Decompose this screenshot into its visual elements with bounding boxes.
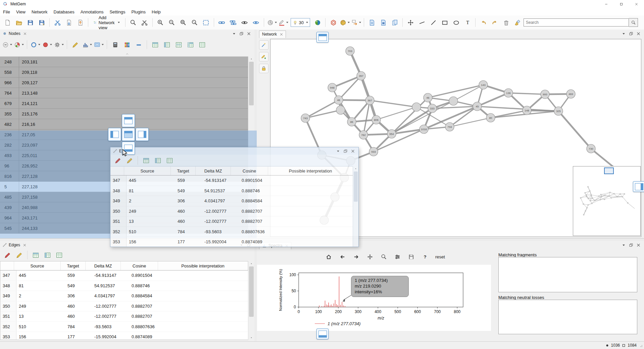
floating-menu-icon[interactable] (336, 149, 340, 153)
pencil-yellow-button[interactable] (14, 250, 24, 260)
edit-network-button[interactable] (259, 40, 268, 50)
dropdown-arrow-icon[interactable] (275, 22, 277, 23)
dropdown-arrow-icon[interactable] (50, 44, 52, 45)
graph-node[interactable] (412, 103, 421, 111)
resize-grip[interactable] (638, 343, 643, 348)
graph-node[interactable]: 1016 (419, 125, 428, 134)
add-network-view-button[interactable]: Add Network view (91, 17, 123, 28)
cell-c2[interactable]: 559 (175, 176, 202, 186)
cell-c2[interactable]: 306 (175, 196, 202, 206)
edges-scrollbar[interactable] (248, 261, 254, 340)
graph-node[interactable]: 45 (473, 102, 482, 111)
text-button[interactable]: T (462, 17, 473, 28)
edge-guide-bottom[interactable] (316, 329, 329, 339)
cell-c1[interactable]: 445 (16, 270, 65, 281)
cell-c3[interactable]: 4.0341797 (202, 196, 239, 206)
menu-settings[interactable]: Settings (106, 9, 128, 15)
edges-table-row[interactable]: 352510784-93.56030.88807636 (0, 322, 248, 332)
spectra-dock-close-icon[interactable] (637, 243, 640, 247)
cell-c2[interactable]: 460 (175, 206, 202, 216)
cell-c5[interactable] (168, 270, 248, 281)
scrollbar-thumb[interactable] (249, 62, 254, 105)
cell-c2[interactable]: 460 (65, 311, 92, 321)
cell-c4[interactable]: 0.8874089 (239, 237, 279, 247)
nodes-dock-menu-icon[interactable] (232, 32, 236, 36)
graph-node[interactable]: 948 (328, 83, 337, 92)
menu-file[interactable]: File (0, 9, 13, 15)
minimap-viewport[interactable] (604, 167, 614, 174)
column-header-source[interactable]: Source (14, 261, 61, 270)
cell-c1[interactable]: 2 (127, 196, 175, 206)
column-header-delta-mz[interactable]: Delta MZ (196, 166, 231, 175)
cell-c1[interactable]: 81 (127, 186, 175, 196)
graph-node[interactable]: 367 (365, 96, 374, 105)
cell-c0[interactable]: 349 (0, 291, 16, 301)
cell-c4[interactable]: 0.8882707 (129, 301, 168, 311)
cell-c5[interactable] (279, 196, 353, 206)
cell-c5[interactable] (279, 227, 353, 237)
dropdown-arrow-icon[interactable] (118, 22, 120, 23)
move-cross-button[interactable] (364, 252, 375, 262)
table-headers-button[interactable] (141, 155, 151, 166)
column-header-target[interactable]: Target (171, 166, 196, 175)
cell-c3[interactable]: -15.992004 (92, 332, 129, 340)
cell-c2[interactable]: 177 (65, 332, 92, 340)
doc-save-blue-button[interactable] (378, 17, 389, 28)
graph-node[interactable]: 900 (541, 90, 549, 99)
graph-node[interactable]: 730 (587, 144, 595, 153)
cell-c1[interactable]: 510 (127, 227, 175, 237)
dropdown-arrow-icon[interactable] (102, 44, 104, 45)
eye-blue-button[interactable] (251, 17, 261, 28)
cell-c5[interactable] (168, 311, 248, 321)
cell-c2[interactable]: 177 (175, 237, 202, 247)
edges-table-row[interactable]: 347445559-54.9131470.8901504 (0, 270, 248, 281)
cell-c2[interactable]: 559 (65, 270, 92, 281)
edges-table-row[interactable]: 34923064.03417970.8884584 (110, 196, 353, 206)
table-cols-button[interactable] (152, 155, 163, 166)
graph-node[interactable]: 46 (424, 93, 432, 102)
graph-node[interactable]: 954 (387, 130, 396, 138)
cell-c2[interactable]: 549 (65, 281, 92, 291)
zoom-in-button[interactable] (155, 17, 166, 28)
vertical-splitter-bottom[interactable] (254, 241, 257, 342)
pie-gray-button[interactable] (266, 17, 277, 28)
cell-c0[interactable]: 349 (110, 196, 127, 206)
edges-table-row[interactable]: 34923064.03417970.8884584 (0, 291, 248, 301)
cell-c5[interactable] (168, 322, 248, 332)
graph-node[interactable]: 743 (301, 114, 310, 122)
annotate-button[interactable] (259, 52, 268, 61)
palette-button[interactable] (339, 17, 350, 28)
graph-node[interactable]: 794 (445, 122, 454, 131)
table-headers-button[interactable] (30, 250, 41, 260)
dock-guide-right[interactable] (136, 128, 149, 141)
export-clip-button[interactable] (351, 17, 361, 28)
dropdown-arrow-icon[interactable] (10, 44, 12, 45)
table-both-button[interactable] (185, 39, 196, 50)
cell-c1[interactable]: 13 (127, 216, 175, 227)
save-edit-button[interactable] (36, 17, 47, 28)
table-grid-button[interactable] (164, 155, 175, 166)
cell-c3[interactable]: 54.912537 (202, 186, 239, 196)
scissors-dark-button[interactable] (139, 17, 150, 28)
graph-node[interactable]: 357 (357, 71, 365, 80)
graph-node[interactable]: 143 (479, 81, 488, 89)
matching-neutral-losses-box[interactable] (498, 300, 637, 334)
dropdown-arrow-icon[interactable] (359, 22, 361, 23)
chart-bars-button[interactable] (82, 39, 92, 50)
undo-button[interactable] (478, 17, 489, 28)
lock-view-button[interactable] (259, 64, 268, 73)
redo-button[interactable] (489, 17, 500, 28)
sliders-button[interactable] (392, 252, 403, 262)
graph-node[interactable] (449, 97, 458, 105)
cell-c4[interactable]: 0.888746 (239, 186, 279, 196)
doc-copy-blue-button[interactable] (389, 17, 400, 28)
column-header-target[interactable]: Target (61, 261, 86, 270)
cell-c0[interactable]: 348 (110, 186, 127, 196)
table-rows-button[interactable] (173, 39, 184, 50)
cell-c0[interactable]: 353 (110, 237, 127, 247)
column-header-possible-interpretation[interactable]: Possible interpretation (268, 166, 353, 175)
cell-c3[interactable]: 54.912537 (92, 281, 129, 291)
cell-c1[interactable]: 445 (127, 176, 175, 186)
dropdown-arrow-icon[interactable] (286, 22, 288, 23)
edges-table-row[interactable]: 353156177-15.9920040.8874089 (110, 237, 353, 247)
